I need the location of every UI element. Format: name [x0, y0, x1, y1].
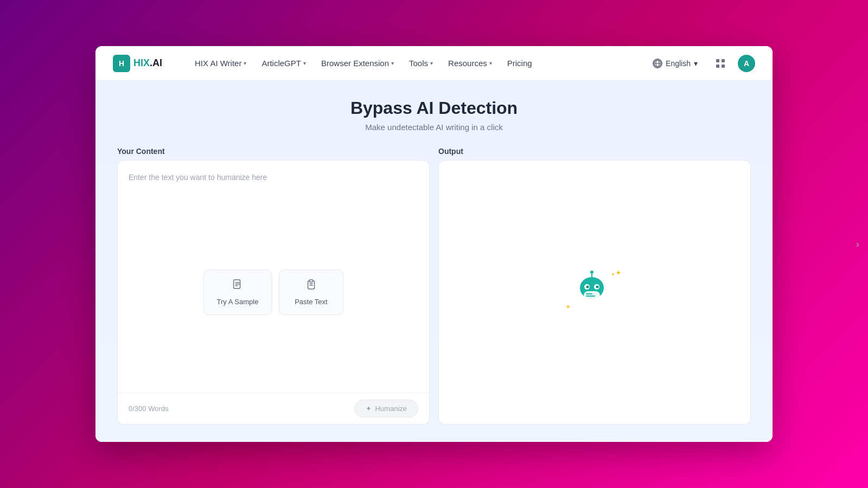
globe-icon: [653, 59, 662, 68]
nav-item-pricing[interactable]: Pricing: [501, 54, 539, 72]
action-buttons: Try A Sample Paste T: [203, 269, 344, 315]
svg-rect-6: [722, 65, 725, 68]
svg-rect-12: [309, 280, 312, 282]
chevron-down-icon: ▾: [391, 60, 394, 66]
right-editor-panel: ✦ ✦ ✦: [438, 160, 751, 425]
nav-right: English ▾ A: [647, 55, 755, 72]
sparkle-icon-2: ✦: [565, 303, 571, 311]
svg-point-18: [586, 286, 589, 288]
page-title: Bypass AI Detection: [117, 98, 751, 118]
try-sample-button[interactable]: Try A Sample: [203, 269, 272, 315]
nav-item-hix-ai-writer[interactable]: HIX AI Writer ▾: [188, 54, 253, 72]
nav-item-tools[interactable]: Tools ▾: [403, 54, 439, 72]
nav-links: HIX AI Writer ▾ ArticleGPT ▾ Browser Ext…: [188, 54, 647, 72]
page-header: Bypass AI Detection Make undetectable AI…: [117, 98, 751, 132]
nav-item-resources[interactable]: Resources ▾: [442, 54, 499, 72]
chevron-down-icon: ▾: [244, 60, 246, 66]
right-panel-label: Output: [438, 147, 751, 156]
word-count: 0/300 Words: [129, 404, 168, 413]
svg-rect-5: [716, 65, 719, 68]
left-editor-panel: Try A Sample Paste T: [117, 160, 430, 425]
nav-item-article-gpt[interactable]: ArticleGPT ▾: [255, 54, 312, 72]
chevron-down-icon: ▾: [694, 59, 698, 68]
paste-text-button[interactable]: Paste Text: [278, 269, 343, 315]
svg-point-24: [590, 271, 593, 274]
sparkle-icon-1: ✦: [615, 268, 622, 277]
mascot-container: ✦ ✦ ✦: [573, 271, 616, 314]
clipboard-icon: [305, 279, 317, 293]
chevron-down-icon: ▾: [303, 60, 306, 66]
svg-rect-4: [722, 59, 725, 62]
sparkle-icon: ✦: [366, 404, 372, 413]
editor-container: Your Content: [117, 147, 751, 425]
logo[interactable]: H HIX.AI: [113, 55, 162, 72]
browser-window: H HIX.AI HIX AI Writer ▾ ArticleGPT ▾ Br…: [95, 46, 773, 442]
chevron-down-icon: ▾: [489, 60, 492, 66]
output-mascot: ✦ ✦ ✦: [573, 271, 616, 314]
chevron-down-icon: ▾: [430, 60, 433, 66]
left-panel-wrapper: Your Content: [117, 147, 430, 425]
user-avatar[interactable]: A: [738, 55, 755, 72]
logo-icon: H: [113, 55, 130, 72]
language-selector[interactable]: English ▾: [647, 55, 703, 72]
logo-text: HIX.AI: [133, 57, 162, 69]
humanize-button[interactable]: ✦ Humanize: [354, 400, 418, 418]
left-panel-label: Your Content: [117, 147, 430, 156]
svg-rect-3: [716, 59, 719, 62]
sparkle-icon-3: ✦: [611, 272, 615, 277]
right-panel-wrapper: Output: [438, 147, 751, 425]
nav-item-browser-extension[interactable]: Browser Extension ▾: [315, 54, 400, 72]
mascot-svg: [573, 271, 611, 309]
svg-point-19: [596, 286, 599, 288]
navbar: H HIX.AI HIX AI Writer ▾ ArticleGPT ▾ Br…: [95, 46, 773, 81]
document-icon: [232, 279, 244, 293]
grid-icon[interactable]: [712, 55, 729, 72]
page-subtitle: Make undetectable AI writing in a click: [117, 123, 751, 132]
editor-footer: 0/300 Words ✦ Humanize: [118, 393, 429, 424]
main-content: Bypass AI Detection Make undetectable AI…: [95, 81, 773, 442]
